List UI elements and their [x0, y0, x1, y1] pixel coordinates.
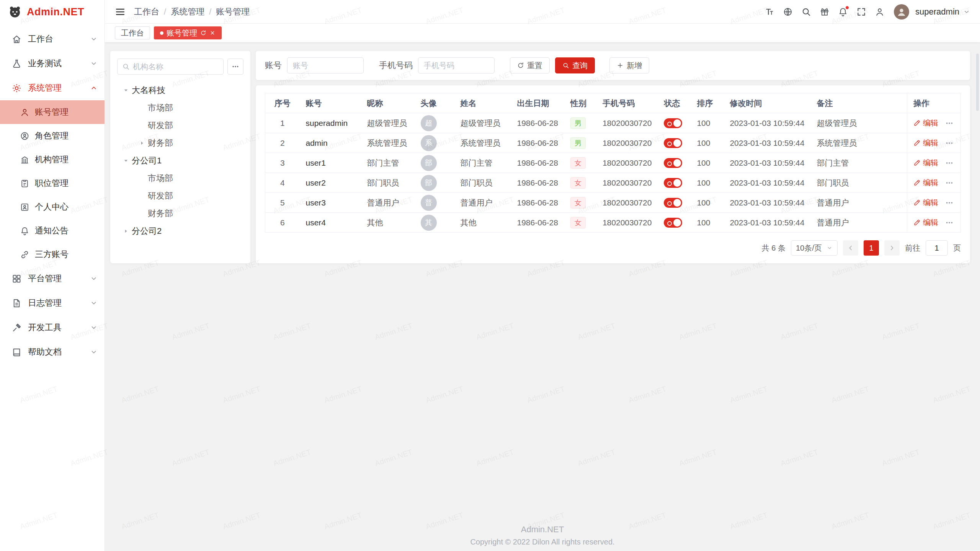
- phone-input[interactable]: [418, 57, 495, 73]
- edit-button[interactable]: 编辑: [913, 138, 938, 148]
- edit-button[interactable]: 编辑: [913, 118, 938, 128]
- cell-name: 超级管理员: [454, 113, 511, 133]
- tab-active[interactable]: 账号管理: [154, 26, 222, 39]
- cell-name: 普通用户: [454, 193, 511, 213]
- status-switch[interactable]: [664, 158, 682, 168]
- tree-node-label: 市场部: [148, 102, 173, 114]
- phone-label: 手机号码: [379, 60, 413, 71]
- breadcrumb-item[interactable]: 系统管理: [171, 6, 204, 18]
- cell-modified: 2023-01-03 10:59:44: [724, 153, 810, 173]
- row-more-button[interactable]: [944, 118, 954, 128]
- edit-button[interactable]: 编辑: [913, 217, 938, 228]
- row-more-button[interactable]: [944, 178, 954, 188]
- caret-placeholder: [137, 121, 147, 130]
- cell-account: admin: [300, 133, 361, 153]
- logo[interactable]: Admin.NET: [0, 0, 105, 24]
- sidebar-subitem[interactable]: 角色管理: [0, 124, 105, 148]
- sidebar-subitem[interactable]: 职位管理: [0, 171, 105, 195]
- sidebar-item[interactable]: 开发工具: [0, 315, 105, 340]
- cell-no: 1: [265, 113, 300, 133]
- sidebar-subitem[interactable]: 个人中心: [0, 195, 105, 219]
- tree-node[interactable]: 研发部: [117, 117, 243, 134]
- tree-node[interactable]: 研发部: [117, 187, 243, 205]
- sidebar-item[interactable]: 工作台: [0, 27, 105, 51]
- menu-toggle-icon[interactable]: [115, 7, 126, 17]
- row-more-button[interactable]: [944, 158, 954, 168]
- search-icon[interactable]: [798, 4, 814, 20]
- status-switch[interactable]: [664, 118, 682, 128]
- cell-no: 6: [265, 213, 300, 233]
- tree-node[interactable]: 分公司1: [117, 152, 243, 170]
- breadcrumb-item[interactable]: 账号管理: [216, 6, 250, 18]
- page-size-select[interactable]: 10条/页: [791, 240, 838, 256]
- goto-page-input[interactable]: [926, 240, 948, 256]
- status-switch[interactable]: [664, 138, 682, 148]
- accounts-table: 序号账号昵称头像姓名出生日期性别手机号码状态排序修改时间备注操作 1supera…: [265, 93, 961, 233]
- table-panel: 序号账号昵称头像姓名出生日期性别手机号码状态排序修改时间备注操作 1supera…: [256, 85, 970, 263]
- cell-modified: 2023-01-03 10:59:44: [724, 193, 810, 213]
- cell-nickname: 部门职员: [361, 173, 415, 193]
- table-row: 4user2部门职员部部门职员1986-06-28女18020030720100…: [265, 173, 961, 193]
- sidebar-item[interactable]: 平台管理: [0, 266, 105, 291]
- edit-button[interactable]: 编辑: [913, 158, 938, 168]
- page-number-button[interactable]: 1: [864, 240, 879, 256]
- row-more-button[interactable]: [944, 138, 954, 148]
- fullscreen-icon[interactable]: [853, 4, 869, 20]
- tree-node[interactable]: 市场部: [117, 170, 243, 187]
- sidebar-item[interactable]: 日志管理: [0, 291, 105, 315]
- breadcrumb-item[interactable]: 工作台: [134, 6, 159, 18]
- org-more-button[interactable]: [227, 59, 243, 75]
- sidebar-subitem[interactable]: 通知公告: [0, 219, 105, 243]
- edit-button[interactable]: 编辑: [913, 197, 938, 208]
- grid-icon: [11, 274, 22, 284]
- sidebar-subitem[interactable]: 三方账号: [0, 243, 105, 266]
- reset-button[interactable]: 重置: [510, 57, 550, 73]
- notification-icon[interactable]: [835, 4, 851, 20]
- edit-button[interactable]: 编辑: [913, 178, 938, 188]
- add-button[interactable]: 新增: [609, 57, 649, 73]
- caret-right-icon[interactable]: [121, 226, 131, 236]
- font-size-icon[interactable]: [761, 4, 777, 20]
- row-more-button[interactable]: [944, 218, 954, 228]
- search-button[interactable]: 查询: [555, 57, 595, 73]
- cell-status: [658, 193, 691, 213]
- caret-right-icon[interactable]: [137, 138, 147, 148]
- tab-item[interactable]: 工作台: [115, 26, 150, 39]
- caret-down-icon[interactable]: [121, 156, 131, 166]
- tree-node[interactable]: 分公司2: [117, 222, 243, 240]
- sidebar-subitem[interactable]: 机构管理: [0, 148, 105, 171]
- chevron-down-icon[interactable]: [963, 8, 970, 15]
- profile-icon[interactable]: [872, 4, 888, 20]
- avatar[interactable]: [894, 4, 909, 20]
- sidebar-item[interactable]: 业务测试: [0, 51, 105, 76]
- sidebar-subitem[interactable]: 账号管理: [0, 100, 105, 124]
- tree-node[interactable]: 大名科技: [117, 82, 243, 99]
- tree-node[interactable]: 财务部: [117, 205, 243, 222]
- theme-icon[interactable]: [817, 4, 833, 20]
- caret-down-icon[interactable]: [121, 85, 131, 95]
- gear-icon: [11, 83, 22, 93]
- prev-page-button[interactable]: [843, 240, 858, 256]
- tab-close-icon[interactable]: [209, 30, 216, 36]
- sidebar-item[interactable]: 帮助文档: [0, 340, 105, 364]
- row-more-button[interactable]: [944, 198, 954, 208]
- account-input[interactable]: [287, 57, 364, 73]
- tab-refresh-icon[interactable]: [200, 30, 206, 36]
- username[interactable]: superadmin: [915, 7, 959, 17]
- status-switch[interactable]: [664, 198, 682, 208]
- tree-node[interactable]: 市场部: [117, 99, 243, 117]
- tree-node[interactable]: 财务部: [117, 134, 243, 152]
- language-icon[interactable]: [780, 4, 796, 20]
- status-switch[interactable]: [664, 218, 682, 228]
- cell-avatar: 普: [415, 193, 454, 213]
- status-switch[interactable]: [664, 178, 682, 188]
- org-search-input[interactable]: [133, 62, 219, 71]
- sidebar-item[interactable]: 系统管理: [0, 76, 105, 100]
- next-page-button[interactable]: [884, 240, 900, 256]
- account-query-group: 账号: [265, 57, 364, 73]
- phone-query-group: 手机号码: [379, 57, 495, 73]
- cell-operation: 编辑: [907, 193, 961, 213]
- chevron-up-icon: [90, 84, 98, 92]
- cell-nickname: 普通用户: [361, 193, 415, 213]
- scrollbar-thumb[interactable]: [976, 54, 979, 111]
